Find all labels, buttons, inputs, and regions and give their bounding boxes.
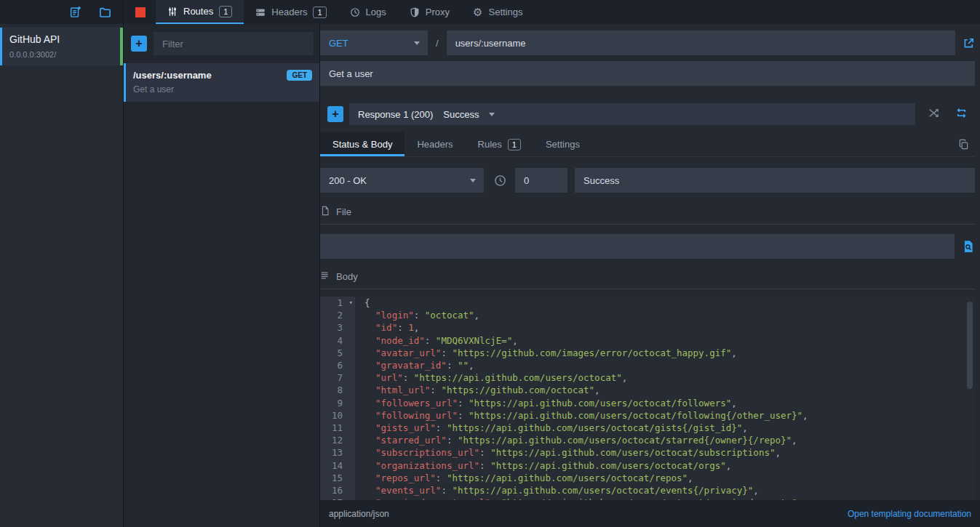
routes-count-badge: 1 — [219, 6, 232, 17]
route-path-input[interactable] — [447, 31, 955, 55]
fold-toggle-icon[interactable]: ▾ — [349, 297, 353, 309]
tab-headers[interactable]: Headers 1 — [244, 0, 338, 24]
response-label-input[interactable] — [575, 168, 975, 193]
tab-proxy[interactable]: Proxy — [398, 0, 461, 24]
tab-label: Settings — [546, 139, 580, 150]
open-environment-folder-icon[interactable] — [99, 6, 111, 18]
response-select[interactable]: Response 1 (200) Success — [349, 103, 915, 125]
chevron-down-icon — [470, 179, 476, 182]
headers-stack-icon — [255, 7, 266, 17]
chevron-down-icon — [489, 113, 495, 116]
tab-response-headers[interactable]: Headers — [405, 132, 465, 156]
code-line[interactable]: 3 "id": 1, — [320, 321, 975, 334]
new-environment-icon[interactable] — [69, 6, 81, 18]
code-line[interactable]: 12 "starred_url": "https://api.github.co… — [320, 434, 975, 446]
environment-actions — [0, 0, 124, 24]
tab-settings[interactable]: ⚙ Settings — [461, 0, 534, 24]
code-line[interactable]: 4 "node_id": "MDQ6VXNlcjE=", — [320, 334, 975, 347]
add-response-button[interactable]: + — [327, 106, 343, 122]
route-method-badge: GET — [287, 70, 312, 81]
tab-status-body[interactable]: Status & Body — [320, 132, 405, 156]
add-route-button[interactable]: + — [131, 36, 147, 52]
latency-clock-icon — [494, 174, 506, 187]
route-path: /users/:username — [133, 70, 212, 81]
templating-documentation-link[interactable]: Open templating documentation — [848, 509, 971, 519]
code-line[interactable]: 2 "login": "octocat", — [320, 309, 975, 321]
code-line[interactable]: 7 "url": "https://api.github.com/users/o… — [320, 371, 975, 384]
editor-lines: 1▾{2 "login": "octocat",3 "id": 1,4 "nod… — [320, 297, 975, 500]
main-tabs: Routes 1 Headers 1 Logs — [156, 0, 534, 24]
open-route-in-browser-icon[interactable] — [963, 37, 975, 49]
method-select-value: GET — [329, 38, 348, 49]
status-code-select[interactable]: 200 - OK — [320, 168, 484, 193]
response-select-title: Response 1 (200) — [358, 109, 433, 120]
route-description-row — [320, 61, 975, 86]
status-footer: application/json Open templating documen… — [320, 500, 980, 527]
file-section-header: File — [320, 206, 975, 225]
sequential-response-repeat-icon[interactable] — [955, 107, 968, 121]
app-layout: GitHub API 0.0.0.0:3002/ + /users/:usern… — [0, 24, 980, 527]
file-section-title: File — [336, 206, 351, 217]
editor-scrollbar[interactable] — [967, 302, 973, 389]
code-line[interactable]: 8 "html_url": "https://github.com/octoca… — [320, 384, 975, 396]
rules-count-badge: 1 — [508, 139, 521, 150]
code-line[interactable]: 5 "avatar_url": "https://github.com/imag… — [320, 347, 975, 359]
environment-name: GitHub API — [9, 33, 113, 45]
code-line[interactable]: 13 "subscriptions_url": "https://api.git… — [320, 446, 975, 459]
response-mode-icons — [928, 107, 968, 121]
body-section-title: Body — [336, 271, 358, 282]
stop-server-button[interactable] — [135, 7, 146, 17]
code-line[interactable]: 1▾{ — [320, 297, 975, 309]
code-line[interactable]: 16 "events_url": "https://api.github.com… — [320, 484, 975, 496]
code-line[interactable]: 15 "repos_url": "https://api.github.com/… — [320, 472, 975, 484]
routes-filter-input[interactable] — [154, 32, 314, 55]
routes-panel: + /users/:username GET Get a user — [124, 24, 320, 527]
code-line[interactable]: 11 "gists_url": "https://api.github.com/… — [320, 422, 975, 434]
tab-routes[interactable]: Routes 1 — [156, 0, 244, 24]
body-section-header: Body — [320, 270, 975, 289]
tab-label: Status & Body — [332, 139, 392, 150]
tab-label: Headers — [417, 139, 453, 150]
latency-input[interactable] — [515, 168, 567, 193]
route-config-content: GET / + Response 1 (200) — [320, 24, 980, 500]
copy-icon[interactable] — [958, 139, 969, 150]
tab-response-settings[interactable]: Settings — [533, 132, 592, 156]
top-bar: Routes 1 Headers 1 Logs — [0, 0, 980, 24]
random-response-shuffle-icon[interactable] — [928, 107, 940, 121]
status-code-value: 200 - OK — [329, 175, 367, 186]
file-path-input[interactable] — [320, 234, 955, 259]
routes-sliders-icon — [167, 7, 178, 17]
method-select[interactable]: GET — [320, 31, 428, 55]
route-item-header: /users/:username GET — [133, 70, 312, 81]
chevron-down-icon — [414, 41, 420, 45]
code-line[interactable]: 14 "organizations_url": "https://api.git… — [320, 459, 975, 472]
code-line[interactable]: 17 "received_events_url": "https://api.g… — [320, 496, 975, 500]
routes-toolbar: + — [124, 24, 319, 63]
endpoint-row: GET / — [320, 31, 975, 55]
file-input-row — [320, 234, 975, 259]
route-description: Get a user — [133, 84, 312, 94]
browse-file-icon[interactable] — [962, 240, 975, 253]
logs-history-icon — [350, 7, 360, 17]
tab-label: Logs — [366, 7, 386, 17]
tab-logs[interactable]: Logs — [338, 0, 398, 24]
tab-label: Proxy — [426, 7, 450, 17]
tab-label: Settings — [488, 7, 522, 17]
response-selector-row: + Response 1 (200) Success — [320, 103, 975, 125]
tab-rules[interactable]: Rules 1 — [466, 132, 533, 156]
file-icon — [320, 206, 330, 218]
body-editor[interactable]: 1▾{2 "login": "octocat",3 "id": 1,4 "nod… — [320, 297, 975, 500]
code-line[interactable]: 6 "gravatar_id": "", — [320, 359, 975, 371]
route-description-input[interactable] — [320, 61, 975, 86]
route-list-item[interactable]: /users/:username GET Get a user — [124, 63, 319, 102]
environment-address: 0.0.0.0:3002/ — [9, 50, 113, 59]
settings-gear-icon: ⚙ — [473, 7, 482, 17]
tab-label: Headers — [271, 7, 307, 17]
body-lines-icon — [320, 270, 330, 283]
tab-label: Routes — [183, 6, 213, 17]
environment-item-github-api[interactable]: GitHub API 0.0.0.0:3002/ — [0, 28, 123, 65]
tab-label: Rules — [478, 139, 502, 150]
response-select-label: Success — [443, 109, 479, 120]
code-line[interactable]: 10 "following_url": "https://api.github.… — [320, 409, 975, 422]
code-line[interactable]: 9 "followers_url": "https://api.github.c… — [320, 397, 975, 409]
